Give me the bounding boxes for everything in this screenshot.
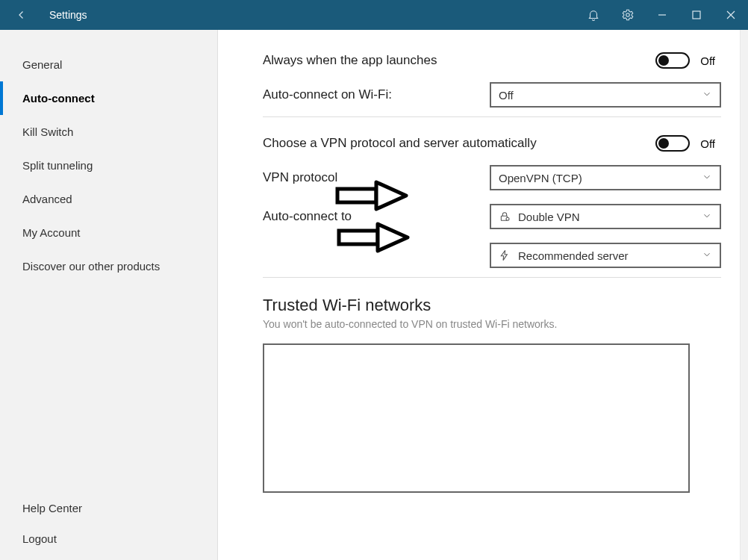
always-launch-toggle[interactable] [655, 52, 690, 69]
wifi-select[interactable]: Off [490, 82, 721, 108]
svg-point-0 [626, 13, 630, 17]
sidebar-item-label: Advanced [22, 193, 72, 205]
maximize-button[interactable] [679, 0, 714, 30]
divider [263, 116, 721, 117]
trusted-networks-subtitle: You won't be auto-connected to VPN on tr… [263, 318, 721, 330]
logout-link[interactable]: Logout [0, 523, 217, 554]
divider [263, 277, 721, 278]
titlebar: Settings [0, 0, 748, 30]
vpn-protocol-select[interactable]: OpenVPN (TCP) [490, 165, 721, 190]
vpn-protocol-label: VPN protocol [263, 170, 337, 185]
auto-connect-to-value: Double VPN [518, 211, 702, 223]
sidebar-item-discover-products[interactable]: Discover our other products [0, 249, 217, 283]
recommended-server-select[interactable]: Recommended server [490, 243, 721, 268]
footer-item-label: Help Center [22, 502, 82, 514]
sidebar-item-label: General [22, 58, 62, 71]
recommended-server-value: Recommended server [518, 249, 702, 262]
svg-rect-1 [693, 11, 700, 19]
always-launch-state: Off [700, 55, 715, 67]
auto-connect-to-label: Auto-connect to [263, 209, 352, 224]
sidebar-item-label: Split tunneling [22, 159, 93, 172]
minimize-button[interactable] [645, 0, 679, 30]
help-center-link[interactable]: Help Center [0, 493, 217, 523]
trusted-networks-list[interactable] [263, 343, 690, 493]
svg-rect-4 [337, 189, 376, 202]
chevron-down-icon [702, 172, 712, 184]
auto-connect-to-select[interactable]: Double VPN [490, 204, 721, 229]
auto-protocol-state: Off [700, 137, 715, 150]
chevron-down-icon [702, 249, 712, 262]
sidebar: General Auto-connect Kill Switch Split t… [0, 30, 218, 560]
lightning-icon [499, 249, 511, 261]
chevron-down-icon [702, 89, 712, 102]
sidebar-item-split-tunneling[interactable]: Split tunneling [0, 149, 217, 182]
back-button[interactable] [9, 8, 34, 22]
wifi-label: Auto-connect on Wi-Fi: [263, 87, 392, 102]
window-title: Settings [49, 9, 87, 21]
sidebar-item-kill-switch[interactable]: Kill Switch [0, 115, 217, 149]
sidebar-item-auto-connect[interactable]: Auto-connect [0, 81, 217, 115]
sidebar-item-label: Auto-connect [22, 92, 95, 105]
always-launch-label: Always when the app launches [263, 53, 437, 68]
lock-icon [499, 211, 511, 223]
auto-protocol-label: Choose a VPN protocol and server automat… [263, 136, 537, 151]
trusted-networks-title: Trusted Wi-Fi networks [263, 296, 721, 315]
sidebar-item-general[interactable]: General [0, 48, 217, 81]
chevron-down-icon [702, 211, 712, 223]
svg-point-3 [506, 217, 509, 220]
sidebar-item-label: My Account [22, 226, 81, 239]
sidebar-item-label: Kill Switch [22, 125, 73, 138]
close-button[interactable] [714, 0, 748, 30]
sidebar-item-advanced[interactable]: Advanced [0, 182, 217, 216]
settings-gear-icon[interactable] [611, 0, 645, 30]
vpn-protocol-value: OpenVPN (TCP) [499, 172, 702, 184]
main-content: Always when the app launches Off Auto-co… [218, 30, 748, 560]
notifications-icon[interactable] [576, 0, 611, 30]
auto-protocol-toggle[interactable] [655, 135, 690, 152]
footer-item-label: Logout [22, 532, 57, 545]
wifi-select-value: Off [499, 89, 702, 102]
sidebar-item-label: Discover our other products [22, 260, 160, 273]
sidebar-item-my-account[interactable]: My Account [0, 216, 217, 249]
